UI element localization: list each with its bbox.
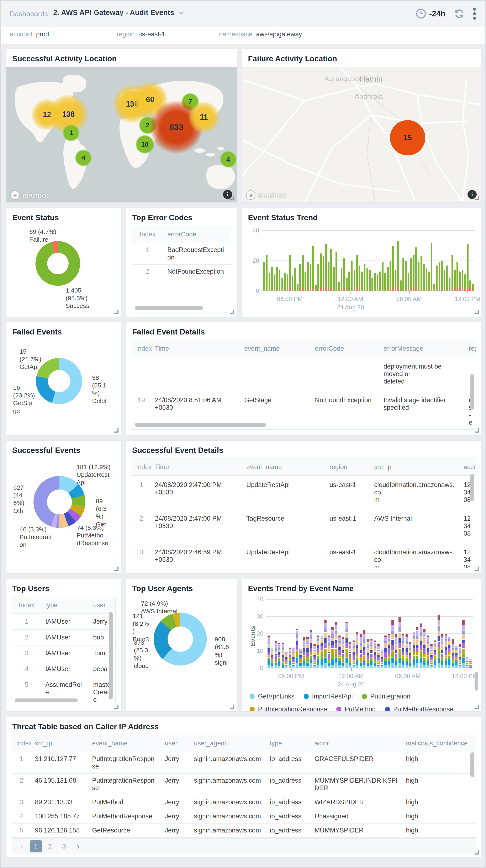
vertical-scrollbar[interactable] xyxy=(470,474,474,501)
trend-bar[interactable] xyxy=(464,274,466,291)
trend-bar[interactable] xyxy=(423,264,425,291)
trend-bar[interactable] xyxy=(462,270,463,291)
stacked-bar[interactable] xyxy=(423,628,426,668)
trend-bar[interactable] xyxy=(431,243,432,291)
trend-bar[interactable] xyxy=(289,255,291,291)
trend-bar[interactable] xyxy=(382,262,384,291)
trend-bar[interactable] xyxy=(438,262,440,291)
trend-bar[interactable] xyxy=(384,273,386,291)
stacked-bar[interactable] xyxy=(416,627,419,668)
legend-item[interactable]: PutMethodResponse xyxy=(385,706,454,712)
refresh-button[interactable] xyxy=(453,8,465,20)
stacked-bar[interactable] xyxy=(395,633,397,668)
trend-bar[interactable] xyxy=(379,272,381,291)
trend-bar[interactable] xyxy=(297,284,299,291)
stacked-bar[interactable] xyxy=(289,647,291,668)
stacked-bar[interactable] xyxy=(335,622,337,668)
trend-bar[interactable] xyxy=(395,270,396,291)
stacked-bar[interactable] xyxy=(445,633,447,668)
trend-bar[interactable] xyxy=(317,264,319,291)
trend-bar[interactable] xyxy=(374,273,376,291)
stacked-bar[interactable] xyxy=(398,616,401,668)
trend-bar[interactable] xyxy=(377,274,378,291)
stacked-bar[interactable] xyxy=(402,633,404,668)
trend-bar[interactable] xyxy=(328,262,330,291)
trend-bar[interactable] xyxy=(325,244,327,291)
trend-bar[interactable] xyxy=(287,274,288,291)
street-map[interactable]: AurangabadHathinAndhrola 15 ◈ mapbox i xyxy=(242,67,481,203)
pagination-page-1[interactable]: 1 xyxy=(30,840,42,852)
stacked-bar[interactable] xyxy=(409,642,412,668)
legend-vertical-scrollbar[interactable] xyxy=(475,672,478,690)
vertical-scrollbar[interactable] xyxy=(470,374,474,409)
horizontal-scrollbar[interactable] xyxy=(15,699,78,702)
horizontal-scrollbar[interactable] xyxy=(135,423,266,427)
stacked-bar[interactable] xyxy=(313,644,316,668)
column-header[interactable]: src_ip xyxy=(31,735,88,752)
filter-namespace-value[interactable]: aws/apigateway xyxy=(256,31,312,40)
trend-bar[interactable] xyxy=(335,252,337,291)
trend-bar[interactable] xyxy=(305,272,306,291)
trend-bar[interactable] xyxy=(312,246,314,291)
stacked-bar[interactable] xyxy=(278,642,280,668)
stacked-bar[interactable] xyxy=(437,615,440,668)
map-cluster-bubble[interactable]: 4 xyxy=(75,149,92,166)
stacked-bar[interactable] xyxy=(353,640,355,668)
horizontal-scrollbar[interactable] xyxy=(135,306,203,310)
trend-bar[interactable] xyxy=(371,278,373,291)
stacked-bar[interactable] xyxy=(448,637,451,668)
stacked-bar[interactable] xyxy=(356,632,358,668)
trend-bar[interactable] xyxy=(407,273,409,291)
column-header[interactable]: user xyxy=(161,735,190,752)
trend-bar[interactable] xyxy=(449,278,451,291)
trend-bar[interactable] xyxy=(271,267,273,291)
stacked-bar[interactable] xyxy=(455,646,458,668)
trend-bar[interactable] xyxy=(410,258,412,291)
top_user_agents-donut[interactable] xyxy=(154,613,207,665)
column-header[interactable]: Index xyxy=(12,597,41,614)
kebab-menu-button[interactable] xyxy=(473,7,476,20)
trend-bar[interactable] xyxy=(467,244,468,291)
trend-bar[interactable] xyxy=(348,272,350,291)
trend-bar[interactable] xyxy=(276,267,278,291)
stacked-bar[interactable] xyxy=(384,635,387,668)
trend-bar[interactable] xyxy=(366,269,368,291)
pagination-prev-button[interactable]: ‹ xyxy=(16,840,28,852)
stacked-bar[interactable] xyxy=(317,635,319,668)
stacked-bar[interactable] xyxy=(363,630,365,668)
column-header[interactable]: event_name xyxy=(242,459,325,475)
world-map[interactable]: 1213813060726331111044 ◈ mapbox i xyxy=(6,67,237,203)
stacked-bar[interactable] xyxy=(342,637,344,668)
column-header[interactable]: Index xyxy=(132,340,151,357)
pagination-next-button[interactable]: › xyxy=(72,840,84,852)
stacked-bar[interactable] xyxy=(268,635,270,668)
trend-bar[interactable] xyxy=(361,272,363,291)
trend-bar[interactable] xyxy=(299,264,301,291)
map-cluster-bubble[interactable]: 4 xyxy=(220,151,237,168)
column-header[interactable]: region xyxy=(325,459,370,475)
trend-bar[interactable] xyxy=(315,285,316,291)
stacked-bar[interactable] xyxy=(338,635,341,668)
trend-bar[interactable] xyxy=(452,255,453,291)
trend-bar[interactable] xyxy=(390,261,391,291)
stacked-bar[interactable] xyxy=(466,657,468,668)
trend-bar[interactable] xyxy=(472,284,474,291)
pagination-page-2[interactable]: 2 xyxy=(44,840,56,852)
map-cluster-bubble[interactable]: 10 xyxy=(135,135,154,154)
trend-bar[interactable] xyxy=(444,270,445,291)
stacked-bar[interactable] xyxy=(285,651,287,668)
trend-bar[interactable] xyxy=(330,249,332,291)
trend-bar[interactable] xyxy=(426,269,427,291)
breadcrumb[interactable]: Dashboards xyxy=(10,10,48,18)
time-range-button[interactable]: -24h xyxy=(416,8,446,19)
stacked-bar[interactable] xyxy=(430,644,432,668)
stacked-bar[interactable] xyxy=(331,627,334,668)
pagination-page-3[interactable]: 3 xyxy=(58,840,70,852)
trend-bar[interactable] xyxy=(320,253,322,291)
event_status-donut[interactable] xyxy=(35,241,80,286)
successful-events-donut-chart[interactable]: 181 (12.9%) UpdateRest Api627 (44. 6%) O… xyxy=(6,441,121,573)
legend-item[interactable]: GetVpcLinks xyxy=(250,693,295,700)
stacked-bar[interactable] xyxy=(275,641,277,668)
map-cluster-bubble[interactable]: 15 xyxy=(390,120,425,155)
trend-bar[interactable] xyxy=(421,256,422,291)
